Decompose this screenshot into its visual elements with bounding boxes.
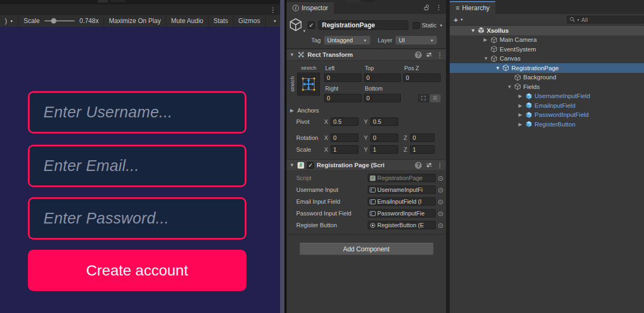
- tree-row-passwordinputfield[interactable]: ▶ PasswordInputField: [450, 110, 644, 120]
- scale-label: Scale: [287, 146, 324, 153]
- rect-transform-icon: [297, 51, 305, 58]
- tree-row-main-camera[interactable]: ▶ Main Camera: [450, 35, 644, 45]
- foldout-expanded-icon[interactable]: ▼: [507, 84, 514, 90]
- search-icon: [569, 17, 575, 23]
- right-field[interactable]: 0: [324, 94, 362, 102]
- cube-icon: [491, 55, 499, 62]
- scale-slider[interactable]: [45, 20, 75, 21]
- foldout-expanded-icon[interactable]: ▼: [471, 28, 478, 33]
- posz-field[interactable]: 0: [403, 73, 441, 82]
- inspector-menu-kebab-icon[interactable]: ⋮: [435, 4, 442, 11]
- blueprint-mode-button[interactable]: [418, 94, 429, 102]
- foldout-collapsed-icon[interactable]: ▶: [289, 108, 295, 113]
- scale-y-field[interactable]: 1: [370, 145, 398, 154]
- layer-dropdown[interactable]: UI ▼: [396, 36, 437, 44]
- raw-edit-button[interactable]: R: [430, 94, 441, 102]
- tab-inspector[interactable]: i Inspector: [287, 2, 334, 14]
- foldout-expanded-icon[interactable]: ▼: [289, 52, 295, 57]
- game-menu-kebab-icon[interactable]: ⋮: [269, 6, 276, 13]
- maximize-on-play-button[interactable]: Maximize On Play: [104, 15, 166, 27]
- scale-z-field[interactable]: 1: [410, 145, 435, 154]
- top-field[interactable]: 0: [364, 73, 401, 82]
- foldout-collapsed-icon[interactable]: ▶: [518, 112, 525, 117]
- email-input[interactable]: Enter Email...: [28, 145, 246, 187]
- object-picker-icon[interactable]: ⊙: [437, 174, 444, 182]
- pivot-y-field[interactable]: 0.5: [370, 117, 398, 126]
- tree-row-background[interactable]: Background: [450, 73, 644, 83]
- panel-divider[interactable]: [446, 0, 450, 313]
- hierarchy-search-input[interactable]: ▼ All: [567, 16, 644, 24]
- foldout-expanded-icon[interactable]: ▼: [484, 56, 491, 61]
- scale-x-field[interactable]: 1: [331, 145, 358, 154]
- gizmos-dropdown[interactable]: Gizmos: [233, 15, 266, 27]
- game-render-area: Enter Username... Enter Email... Enter P…: [0, 27, 280, 313]
- left-field[interactable]: 0: [324, 73, 362, 82]
- object-picker-icon[interactable]: ⊙: [437, 210, 444, 218]
- unity-scene-icon: [478, 27, 486, 34]
- presets-icon[interactable]: [426, 52, 432, 57]
- gameobject-icon-button[interactable]: ▼: [289, 18, 306, 33]
- foldout-collapsed-icon[interactable]: ▶: [518, 103, 525, 108]
- script-component-header[interactable]: ▼ # ✓ Registration Page (Scri ? ⋮: [287, 159, 446, 171]
- rotation-z-field[interactable]: 0: [410, 133, 435, 142]
- bottom-field[interactable]: 0: [364, 94, 401, 102]
- tree-row-canvas[interactable]: ▼ Canvas: [450, 54, 644, 64]
- foldout-collapsed-icon[interactable]: ▶: [518, 93, 525, 99]
- tree-row-registrationpage-selected[interactable]: ▼ RegistrationPage: [450, 63, 644, 73]
- cube-icon: [289, 18, 303, 32]
- password-input[interactable]: Enter Password...: [28, 197, 246, 240]
- tree-row-emailnputfield[interactable]: ▶ EmailnputField: [450, 101, 644, 110]
- password-object-field[interactable]: PasswordInputFie: [368, 209, 436, 218]
- display-dropdown[interactable]: ) ▼: [0, 15, 19, 27]
- pivot-x-field[interactable]: 0.5: [331, 117, 358, 126]
- object-picker-icon[interactable]: ⊙: [437, 221, 444, 229]
- tree-row-fields[interactable]: ▼ Fields: [450, 82, 644, 92]
- gameobject-name-field[interactable]: RegistrationPage: [318, 20, 408, 30]
- mute-audio-button[interactable]: Mute Audio: [166, 15, 209, 27]
- username-input[interactable]: Enter Username...: [28, 91, 246, 133]
- email-object-field[interactable]: EmailnputField (I: [368, 197, 436, 206]
- script-object-field[interactable]: # RegistrationPage: [368, 174, 436, 182]
- rotation-x-field[interactable]: 0: [331, 133, 358, 142]
- scale-slider-knob[interactable]: [51, 18, 56, 24]
- component-enabled-checkbox[interactable]: ✓: [307, 162, 314, 169]
- object-picker-icon[interactable]: ⊙: [437, 198, 444, 206]
- create-account-button[interactable]: Create account: [28, 250, 246, 291]
- scene-row[interactable]: ▼ Xsollus: [450, 26, 644, 35]
- chevron-down-icon: ▼: [363, 39, 367, 42]
- pivot-label: Pivot: [287, 118, 324, 125]
- chevron-down-icon[interactable]: ▼: [440, 24, 443, 27]
- rotation-y-field[interactable]: 0: [370, 133, 398, 142]
- axis-y-label: Y: [364, 135, 370, 141]
- component-menu-kebab-icon[interactable]: ⋮: [436, 162, 443, 169]
- foldout-expanded-icon[interactable]: ▼: [495, 65, 502, 71]
- chevron-down-icon[interactable]: ▼: [460, 18, 464, 21]
- register-button-object-field[interactable]: RegisterButton (E: [368, 221, 436, 229]
- create-plus-button[interactable]: +: [453, 15, 458, 24]
- foldout-collapsed-icon[interactable]: ▶: [518, 122, 525, 127]
- left-label: Left: [324, 65, 362, 72]
- anchors-label: Anchors: [297, 107, 319, 114]
- tree-row-eventsystem[interactable]: EventSystem: [450, 44, 644, 54]
- presets-icon[interactable]: [426, 162, 432, 168]
- component-menu-kebab-icon[interactable]: ⋮: [436, 51, 443, 58]
- rect-transform-header[interactable]: ▼ Rect Transform ? ⋮: [287, 49, 446, 61]
- game-view-scrollbar[interactable]: [280, 0, 284, 313]
- static-checkbox[interactable]: [413, 22, 420, 29]
- bottom-label: Bottom: [364, 85, 401, 92]
- active-checkbox[interactable]: ✓: [308, 21, 315, 29]
- add-component-button[interactable]: Add Component: [299, 243, 434, 255]
- stats-button[interactable]: Stats: [209, 15, 233, 27]
- tree-row-registerbutton[interactable]: ▶ RegisterButton: [450, 120, 644, 129]
- object-picker-icon[interactable]: ⊙: [437, 186, 444, 194]
- foldout-collapsed-icon[interactable]: ▶: [484, 37, 491, 42]
- foldout-expanded-icon[interactable]: ▼: [289, 162, 295, 168]
- tag-dropdown[interactable]: Untagged ▼: [324, 36, 370, 44]
- anchor-preset-widget[interactable]: [296, 72, 321, 96]
- unlock-icon[interactable]: [424, 4, 430, 11]
- help-icon[interactable]: ?: [415, 162, 422, 169]
- help-icon[interactable]: ?: [415, 51, 422, 58]
- tab-hierarchy[interactable]: ≡ Hierarchy: [450, 1, 495, 14]
- tree-row-usernameinputfield[interactable]: ▶ UsernameInputField: [450, 92, 644, 101]
- username-object-field[interactable]: UsernameInputFi: [368, 185, 436, 194]
